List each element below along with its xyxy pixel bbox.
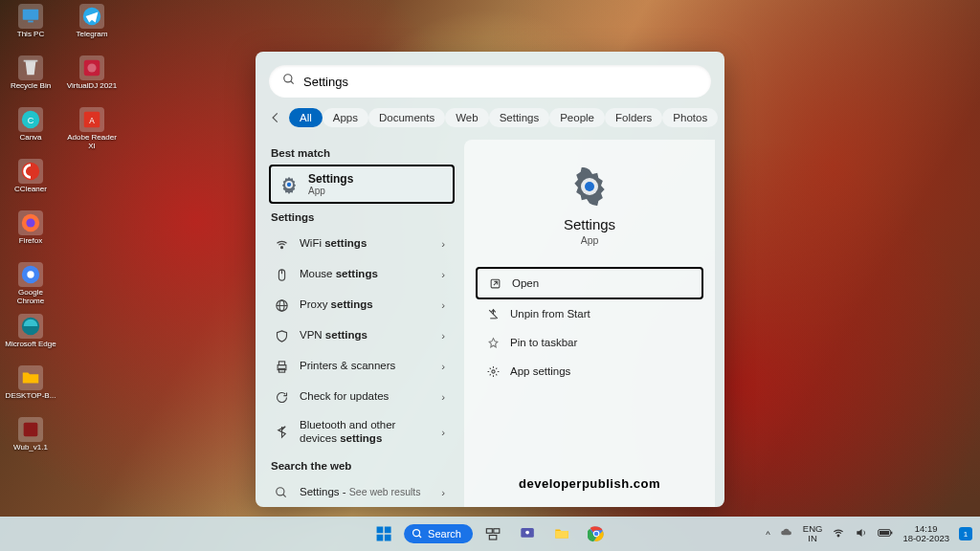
result-text: VPN settings bbox=[300, 329, 432, 342]
search-web-header: Search the web bbox=[271, 460, 458, 472]
settings-result-item[interactable]: Printers & scanners› bbox=[269, 351, 455, 382]
search-web-result[interactable]: Settings - See web results › bbox=[269, 477, 455, 507]
svg-rect-47 bbox=[486, 529, 492, 534]
chevron-right-icon: › bbox=[441, 299, 445, 311]
svg-rect-42 bbox=[385, 527, 391, 534]
detail-action-unpin-from-start[interactable]: Unpin from Start bbox=[476, 299, 703, 328]
clock[interactable]: 14:19 18-02-2023 bbox=[902, 524, 949, 544]
settings-result-item[interactable]: WiFi settings› bbox=[269, 229, 455, 259]
web-result-text: Settings - See web results bbox=[300, 486, 432, 499]
desktop-icon[interactable]: DESKTOP-B... bbox=[4, 365, 57, 413]
onedrive-icon[interactable] bbox=[780, 526, 793, 541]
filter-pill-documents[interactable]: Documents bbox=[368, 108, 445, 127]
filter-pill-web[interactable]: Web bbox=[445, 108, 488, 127]
svg-rect-48 bbox=[494, 529, 500, 534]
best-match-subtitle: App bbox=[308, 186, 353, 196]
detail-action-pin-to-taskbar[interactable]: Pin to taskbar bbox=[476, 328, 703, 357]
desktop-icon-label: VirtualDJ 2021 bbox=[67, 82, 117, 91]
filter-pill-folders[interactable]: Folders bbox=[605, 108, 662, 127]
chevron-right-icon: › bbox=[441, 238, 445, 250]
svg-point-40 bbox=[491, 369, 494, 372]
task-view-button[interactable] bbox=[479, 519, 507, 548]
filter-pill-all[interactable]: All bbox=[289, 108, 323, 127]
notification-center-button[interactable]: 1 bbox=[959, 527, 972, 540]
svg-rect-2 bbox=[24, 60, 38, 62]
svg-point-22 bbox=[287, 182, 291, 186]
desktop-icon[interactable]: AAdobe Reader XI bbox=[65, 107, 119, 155]
desktop-icon-label: Adobe Reader XI bbox=[65, 134, 119, 151]
chat-button[interactable] bbox=[513, 519, 542, 548]
gear-icon bbox=[569, 166, 610, 207]
start-button[interactable] bbox=[369, 519, 398, 548]
svg-point-14 bbox=[87, 63, 96, 72]
desktop-icon[interactable]: CCanva bbox=[4, 107, 57, 155]
desktop-icon-label: Microsoft Edge bbox=[5, 341, 56, 349]
svg-point-32 bbox=[277, 487, 284, 495]
settings-result-item[interactable]: Mouse settings› bbox=[269, 259, 455, 290]
result-text: Proxy settings bbox=[300, 298, 432, 312]
svg-text:A: A bbox=[89, 117, 95, 125]
filter-pill-apps[interactable]: Apps bbox=[323, 108, 368, 127]
wifi-icon[interactable] bbox=[832, 526, 845, 541]
proxy-icon bbox=[273, 297, 290, 314]
search-icon bbox=[273, 484, 290, 501]
svg-line-37 bbox=[493, 281, 497, 285]
settings-result-item[interactable]: Check for updates› bbox=[269, 382, 455, 412]
desktop-icon-label: This PC bbox=[17, 31, 44, 39]
language-indicator[interactable]: ENG IN bbox=[803, 524, 823, 544]
filter-pill-people[interactable]: People bbox=[549, 108, 605, 127]
settings-result-item[interactable]: Proxy settings› bbox=[269, 290, 455, 320]
search-box[interactable] bbox=[269, 65, 711, 98]
desktop-icon[interactable]: VirtualDJ 2021 bbox=[65, 55, 119, 103]
volume-icon[interactable] bbox=[855, 526, 868, 541]
best-match-header: Best match bbox=[271, 147, 458, 159]
desktop-icon-label: Canva bbox=[19, 134, 41, 143]
tg-icon bbox=[79, 4, 104, 29]
battery-icon[interactable] bbox=[878, 528, 893, 540]
pin-icon bbox=[485, 335, 501, 350]
result-text: Bluetooth and other devices settings bbox=[300, 419, 432, 446]
desktop-icon[interactable]: Firefox bbox=[4, 210, 57, 258]
svg-rect-41 bbox=[377, 527, 384, 534]
taskbar-search-label: Search bbox=[428, 528, 461, 540]
filter-pill-photos[interactable]: Photos bbox=[662, 108, 718, 127]
svg-point-55 bbox=[838, 535, 840, 537]
svg-rect-11 bbox=[24, 423, 38, 437]
svg-line-46 bbox=[419, 536, 422, 539]
action-label: App settings bbox=[510, 365, 570, 377]
settings-result-item[interactable]: Bluetooth and other devices settings› bbox=[269, 412, 455, 452]
file-explorer-button[interactable] bbox=[547, 519, 576, 548]
desktop-icon[interactable]: Recycle Bin bbox=[4, 55, 57, 103]
chevron-right-icon: › bbox=[441, 269, 445, 280]
desktop-icon-label: DESKTOP-B... bbox=[6, 392, 56, 401]
start-search-popup: AllAppsDocumentsWebSettingsPeopleFolders… bbox=[256, 52, 724, 507]
watermark-text: developerpublish.com bbox=[511, 474, 668, 494]
detail-action-open[interactable]: Open bbox=[476, 267, 703, 299]
result-text: Check for updates bbox=[300, 390, 432, 404]
settings-result-item[interactable]: VPN settings› bbox=[269, 320, 455, 351]
back-arrow-icon[interactable] bbox=[269, 107, 282, 128]
chrome-taskbar-button[interactable] bbox=[582, 519, 611, 548]
search-input[interactable] bbox=[303, 75, 698, 89]
desktop-icon[interactable]: Wub_v1.1 bbox=[4, 417, 57, 465]
desktop-icon[interactable]: This PC bbox=[4, 4, 57, 52]
action-label: Pin to taskbar bbox=[510, 337, 577, 348]
result-text: Printers & scanners bbox=[300, 360, 432, 373]
desktop-icon[interactable]: Telegram bbox=[65, 4, 119, 52]
bin-icon bbox=[18, 55, 43, 80]
detail-action-app-settings[interactable]: App settings bbox=[476, 357, 703, 386]
svg-point-51 bbox=[525, 531, 529, 535]
desktop-icon[interactable]: Google Chrome bbox=[4, 262, 57, 310]
best-match-result[interactable]: Settings App bbox=[269, 165, 455, 204]
svg-point-9 bbox=[27, 271, 33, 277]
desktop-icon[interactable]: CCleaner bbox=[4, 159, 57, 207]
ff-icon bbox=[18, 210, 43, 235]
desktop-icon-label: Wub_v1.1 bbox=[13, 444, 48, 452]
filter-pill-settings[interactable]: Settings bbox=[489, 108, 550, 127]
desktop-icon[interactable]: Microsoft Edge bbox=[4, 314, 57, 362]
desktop-icon-label: Google Chrome bbox=[4, 289, 57, 306]
taskbar-search-button[interactable]: Search bbox=[404, 524, 473, 543]
tray-chevron-icon[interactable]: ^ bbox=[766, 529, 769, 540]
open-icon bbox=[487, 276, 502, 291]
svg-point-54 bbox=[594, 532, 599, 537]
